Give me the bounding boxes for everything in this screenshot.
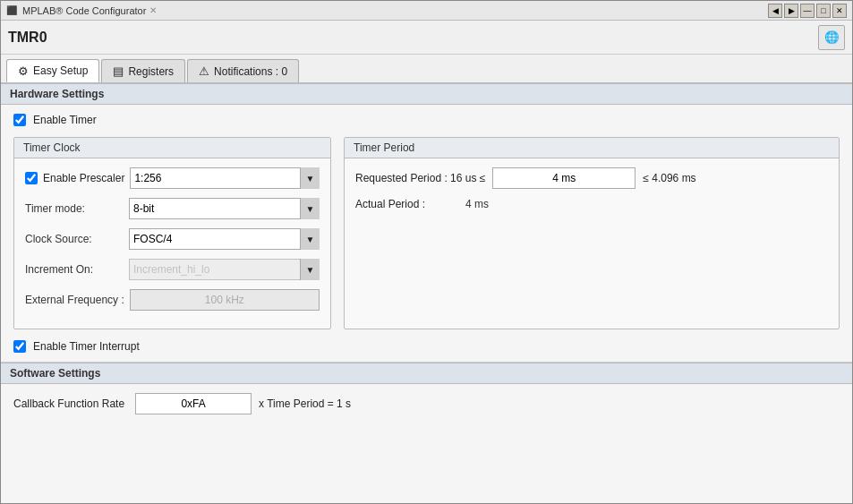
increment-on-select[interactable]: Increment_hi_lo Increment_lo_hi	[129, 259, 320, 280]
callback-row: Callback Function Rate x Time Period = 1…	[1, 384, 852, 423]
nav-forward-btn[interactable]: ▶	[784, 4, 798, 18]
tab-notifications-label: Notifications : 0	[214, 65, 287, 78]
tab-registers-label: Registers	[128, 65, 174, 78]
enable-timer-label: Enable Timer	[33, 114, 97, 126]
enable-interrupt-label: Enable Timer Interrupt	[33, 340, 140, 353]
enable-interrupt-row: Enable Timer Interrupt	[13, 340, 840, 353]
enable-timer-row: Enable Timer	[13, 114, 840, 126]
tabs-bar: ⚙ Easy Setup ▤ Registers ⚠ Notifications…	[1, 55, 852, 83]
tab-easy-setup-label: Easy Setup	[33, 64, 88, 77]
timer-period-title: Timer Period	[345, 138, 839, 158]
prescaler-select[interactable]: 1:256 1:128 1:64 1:32 1:16 1:8 1:4 1:2 1…	[130, 167, 320, 189]
prescaler-select-wrapper: 1:256 1:128 1:64 1:32 1:16 1:8 1:4 1:2 1…	[130, 167, 320, 189]
actual-period-value: 4 ms	[465, 198, 489, 210]
external-freq-row: External Frequency :	[25, 289, 320, 311]
timer-mode-row: Timer mode: 8-bit 16-bit ▼	[25, 198, 320, 219]
callback-label: Callback Function Rate	[13, 397, 124, 410]
hardware-settings-body: Enable Timer Timer Clock Enable Prescale…	[1, 105, 852, 362]
tab-registers[interactable]: ▤ Registers	[101, 59, 185, 82]
requested-period-row: Requested Period : 16 us ≤ ≤ 4.096 ms	[355, 167, 828, 189]
main-content: Hardware Settings Enable Timer Timer Clo…	[1, 83, 852, 503]
minimize-btn[interactable]: —	[800, 4, 815, 18]
callback-suffix: x Time Period = 1 s	[259, 397, 351, 410]
timer-clock-panel: Timer Clock Enable Prescaler 1:256 1:128…	[13, 137, 331, 329]
timer-clock-title: Timer Clock	[14, 138, 330, 158]
nav-back-btn[interactable]: ◀	[768, 4, 782, 18]
app-logo: ⬛	[6, 5, 17, 15]
close-btn[interactable]: ✕	[832, 4, 847, 18]
app-titlebar: ⬛ MPLAB® Code Configurator ✕ ◀ ▶ — □ ✕	[1, 1, 852, 21]
requested-period-max: ≤ 4.096 ms	[643, 172, 695, 184]
tab-notifications[interactable]: ⚠ Notifications : 0	[187, 59, 299, 82]
globe-icon: 🌐	[824, 30, 840, 44]
window-header: TMR0 🌐	[1, 21, 852, 55]
actual-period-label: Actual Period :	[355, 198, 458, 210]
two-panels: Timer Clock Enable Prescaler 1:256 1:128…	[13, 137, 840, 329]
callback-input[interactable]	[135, 393, 252, 414]
globe-button[interactable]: 🌐	[818, 25, 845, 50]
tab-close-icon[interactable]: ✕	[149, 5, 157, 15]
actual-period-row: Actual Period : 4 ms	[355, 198, 828, 210]
timer-clock-body: Enable Prescaler 1:256 1:128 1:64 1:32 1…	[14, 158, 330, 329]
external-freq-label: External Frequency :	[25, 294, 124, 306]
prescaler-row: Enable Prescaler 1:256 1:128 1:64 1:32 1…	[25, 167, 320, 189]
page-title: TMR0	[8, 30, 818, 46]
gear-icon: ⚙	[18, 64, 29, 78]
software-settings-header: Software Settings	[1, 363, 852, 384]
timer-mode-label: Timer mode:	[25, 202, 124, 215]
enable-interrupt-checkbox[interactable]	[13, 340, 26, 353]
timer-mode-select-wrapper: 8-bit 16-bit ▼	[129, 198, 320, 219]
requested-period-input[interactable]	[492, 167, 635, 189]
registers-icon: ▤	[113, 64, 124, 78]
enable-prescaler-label: Enable Prescaler	[43, 172, 124, 184]
increment-on-row: Increment On: Increment_hi_lo Increment_…	[25, 259, 320, 280]
enable-prescaler-checkbox[interactable]	[25, 172, 38, 184]
maximize-btn[interactable]: □	[816, 4, 831, 18]
app-title: MPLAB® Code Configurator	[22, 5, 146, 16]
enable-timer-checkbox[interactable]	[13, 114, 26, 126]
external-freq-input[interactable]	[130, 289, 320, 311]
tab-easy-setup[interactable]: ⚙ Easy Setup	[6, 59, 99, 82]
timer-period-body: Requested Period : 16 us ≤ ≤ 4.096 ms Ac…	[345, 158, 839, 219]
clock-source-row: Clock Source: FOSC/4 FOSC LFINTOSC HFINT…	[25, 228, 320, 250]
timer-period-panel: Timer Period Requested Period : 16 us ≤ …	[344, 137, 840, 329]
clock-source-select-wrapper: FOSC/4 FOSC LFINTOSC HFINTOSC ▼	[129, 228, 320, 250]
increment-on-select-wrapper: Increment_hi_lo Increment_lo_hi ▼	[129, 259, 320, 280]
requested-period-label: Requested Period : 16 us ≤	[355, 172, 485, 184]
window-controls: ◀ ▶ — □ ✕	[768, 4, 847, 18]
clock-source-label: Clock Source:	[25, 233, 124, 245]
increment-on-label: Increment On:	[25, 263, 124, 276]
clock-source-select[interactable]: FOSC/4 FOSC LFINTOSC HFINTOSC	[129, 228, 320, 250]
hardware-settings-header: Hardware Settings	[1, 83, 852, 105]
timer-mode-select[interactable]: 8-bit 16-bit	[129, 198, 320, 219]
warning-icon: ⚠	[199, 64, 209, 78]
